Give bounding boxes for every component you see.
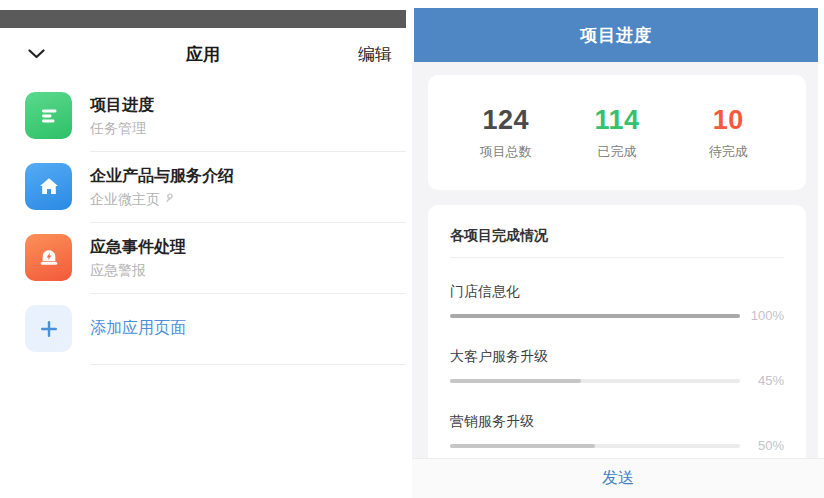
app-sheet-panel: 应用 编辑 项目进度 任务管理	[0, 0, 410, 498]
progress-percent: 100%	[740, 308, 784, 323]
app-subtitle: 企业微主页	[90, 190, 394, 208]
project-progress-preview-panel: 项目进度 124 项目总数 114 已完成 10 待完成 各项目完成情况 门店信…	[412, 0, 824, 498]
app-row-company-intro[interactable]: 企业产品与服务介绍 企业微主页	[0, 151, 406, 222]
preview-body: 124 项目总数 114 已完成 10 待完成 各项目完成情况 门店信息化	[412, 62, 818, 458]
app-row-project-progress[interactable]: 项目进度 任务管理	[0, 80, 406, 151]
task-list-icon	[25, 92, 72, 139]
progress-row: 大客户服务升级 45%	[450, 347, 784, 388]
progress-fill	[450, 314, 740, 318]
dimmed-background-bar	[0, 10, 406, 28]
summary-stats-card: 124 项目总数 114 已完成 10 待完成	[428, 75, 806, 190]
app-row-text: 企业产品与服务介绍 企业微主页	[90, 151, 406, 223]
progress-label: 营销服务升级	[450, 412, 784, 430]
progress-row: 营销服务升级 50%	[450, 412, 784, 453]
send-bar: 发送	[412, 458, 824, 498]
stat-value: 124	[482, 105, 529, 135]
alarm-icon	[25, 234, 72, 281]
progress-track	[450, 444, 740, 448]
stat-label: 项目总数	[480, 143, 532, 161]
app-title: 企业产品与服务介绍	[90, 165, 394, 186]
section-divider	[450, 257, 784, 258]
preview-header: 项目进度	[414, 8, 818, 62]
send-button[interactable]: 发送	[602, 468, 634, 489]
progress-fill	[450, 379, 581, 383]
progress-label: 门店信息化	[450, 282, 784, 300]
project-completion-card: 各项目完成情况 门店信息化 100% 大客户服务升级 45%	[428, 205, 806, 458]
progress-track	[450, 379, 740, 383]
progress-fill	[450, 444, 595, 448]
stat-value: 114	[594, 105, 639, 135]
collapse-sheet-button[interactable]	[28, 45, 52, 63]
app-subtitle: 任务管理	[90, 119, 394, 137]
stat-value: 10	[713, 105, 744, 135]
chevron-down-icon	[28, 45, 45, 63]
progress-percent: 45%	[740, 373, 784, 388]
progress-label: 大客户服务升级	[450, 347, 784, 365]
app-row-emergency[interactable]: 应急事件处理 应急警报	[0, 222, 406, 293]
plus-icon	[25, 305, 72, 352]
progress-line: 100%	[450, 308, 784, 323]
stat-total-projects: 124 项目总数	[450, 105, 561, 161]
stat-pending: 10 待完成	[673, 105, 784, 161]
progress-row: 门店信息化 100%	[450, 282, 784, 323]
stat-label: 待完成	[709, 143, 748, 161]
add-app-page-label: 添加应用页面	[90, 318, 394, 339]
section-title: 各项目完成情况	[450, 225, 784, 245]
progress-line: 45%	[450, 373, 784, 388]
edit-button[interactable]: 编辑	[358, 43, 392, 66]
stat-label: 已完成	[597, 143, 636, 161]
home-icon	[25, 163, 72, 210]
app-title: 项目进度	[90, 94, 394, 115]
add-row-text: 添加应用页面	[90, 293, 406, 365]
app-list: 项目进度 任务管理 企业产品与服务介绍 企业微主页	[0, 80, 406, 364]
sheet-header: 应用 编辑	[0, 28, 406, 80]
preview-title: 项目进度	[580, 24, 652, 47]
app-title: 应急事件处理	[90, 236, 394, 257]
progress-percent: 50%	[740, 438, 784, 453]
sheet-title: 应用	[0, 43, 406, 66]
app-bottom-sheet: 应用 编辑 项目进度 任务管理	[0, 28, 406, 498]
progress-track	[450, 314, 740, 318]
link-icon	[164, 190, 177, 208]
stat-completed: 114 已完成	[561, 105, 672, 161]
app-subtitle: 应急警报	[90, 261, 394, 279]
add-app-page-button[interactable]: 添加应用页面	[0, 293, 406, 364]
app-row-text: 项目进度 任务管理	[90, 80, 406, 152]
progress-line: 50%	[450, 438, 784, 453]
app-row-text: 应急事件处理 应急警报	[90, 222, 406, 294]
